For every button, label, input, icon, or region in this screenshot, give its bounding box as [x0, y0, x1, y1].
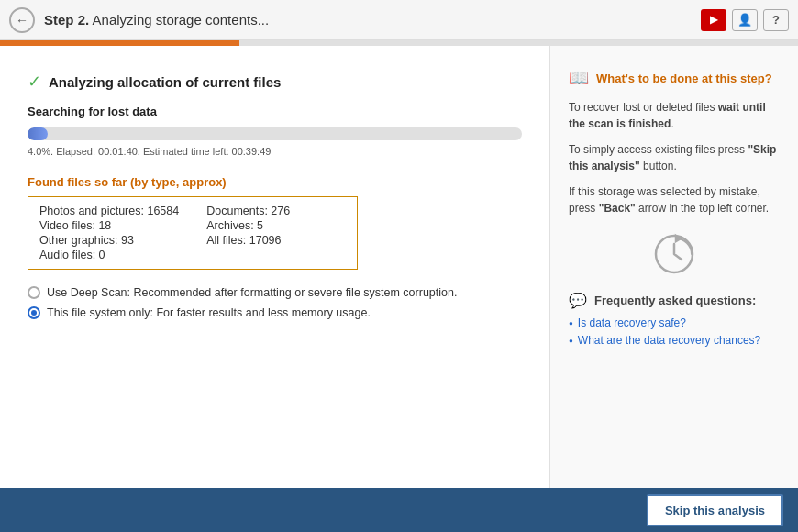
right-panel: 📖 What's to be done at this step? To rec… — [550, 46, 798, 488]
help-button[interactable]: ? — [763, 9, 789, 31]
check-icon: ✓ — [28, 72, 41, 92]
right-para-3: If this storage was selected by mistake,… — [569, 183, 780, 216]
youtube-button[interactable]: ▶ — [701, 9, 726, 31]
right-section-title: 📖 What's to be done at this step? — [569, 68, 780, 88]
faq-icon: 💬 — [569, 292, 587, 309]
radio-fs-only[interactable]: This file system only: For faster result… — [28, 306, 522, 319]
footer: Skip this analysis — [0, 488, 798, 532]
faq-link-label-1[interactable]: Is data recovery safe? — [578, 316, 686, 329]
file-type-video: Video files: 18 — [39, 219, 179, 232]
back-icon: ← — [16, 13, 28, 28]
right-para-2: To simply access existing files press "S… — [569, 141, 780, 174]
file-type-all: All files: 17096 — [206, 234, 346, 247]
header: ← Step 2. Analyzing storage contents... … — [0, 0, 798, 40]
faq-link-2[interactable]: ● What are the data recovery chances? — [569, 334, 780, 347]
left-panel: ✓ Analyzing allocation of current files … — [0, 46, 550, 488]
clock-icon — [651, 231, 697, 277]
right-para-1: To recover lost or deleted files wait un… — [569, 99, 780, 132]
progress-text: 4.0%. Elapsed: 00:01:40. Estimated time … — [28, 146, 522, 157]
found-files-box: Photos and pictures: 16584 Documents: 27… — [28, 196, 358, 270]
main-content: ✓ Analyzing allocation of current files … — [0, 46, 798, 488]
faq-heading: Frequently asked questions: — [594, 294, 756, 307]
header-icons: ▶ 👤 ? — [701, 9, 789, 31]
skip-analysis-button[interactable]: Skip this analysis — [647, 494, 783, 526]
user-button[interactable]: 👤 — [732, 9, 758, 31]
found-files-label: Found files so far (by type, approx) — [28, 175, 522, 189]
section-heading: Analyzing allocation of current files — [49, 74, 281, 90]
right-heading: What's to be done at this step? — [596, 72, 772, 85]
radio-label-fs-only: This file system only: For faster result… — [47, 306, 371, 319]
faq-bullet-2: ● — [569, 337, 573, 345]
section-title: ✓ Analyzing allocation of current files — [28, 72, 522, 92]
radio-circle-deep-scan[interactable] — [28, 286, 40, 299]
file-type-archives: Archives: 5 — [206, 219, 346, 232]
faq-link-1[interactable]: ● Is data recovery safe? — [569, 316, 780, 329]
files-grid: Photos and pictures: 16584 Documents: 27… — [39, 205, 346, 261]
header-title: Step 2. Analyzing storage contents... — [44, 12, 701, 28]
step-progress-fill — [0, 40, 239, 46]
subsection-heading: Searching for lost data — [28, 105, 522, 118]
faq-link-label-2[interactable]: What are the data recovery chances? — [578, 334, 760, 347]
step-title: Analyzing storage contents... — [93, 12, 270, 28]
file-type-audio: Audio files: 0 — [39, 249, 179, 261]
radio-deep-scan[interactable]: Use Deep Scan: Recommended after formatt… — [28, 286, 522, 299]
scan-progress-bar — [28, 127, 522, 140]
radio-circle-fs-only[interactable] — [28, 306, 40, 319]
faq-bullet-1: ● — [569, 319, 573, 327]
faq-title: 💬 Frequently asked questions: — [569, 292, 780, 309]
file-type-documents: Documents: 276 — [206, 205, 346, 217]
file-type-photos: Photos and pictures: 16584 — [39, 205, 179, 217]
book-icon: 📖 — [569, 68, 589, 88]
faq-section: 💬 Frequently asked questions: ● Is data … — [569, 292, 780, 347]
scan-progress-fill — [28, 127, 48, 140]
radio-label-deep-scan: Use Deep Scan: Recommended after formatt… — [47, 286, 457, 299]
step-label: Step 2. — [44, 12, 89, 28]
clock-container — [569, 231, 780, 277]
back-button[interactable]: ← — [9, 7, 35, 33]
file-type-graphics: Other graphics: 93 — [39, 234, 179, 247]
step-progress-strip — [0, 40, 798, 46]
